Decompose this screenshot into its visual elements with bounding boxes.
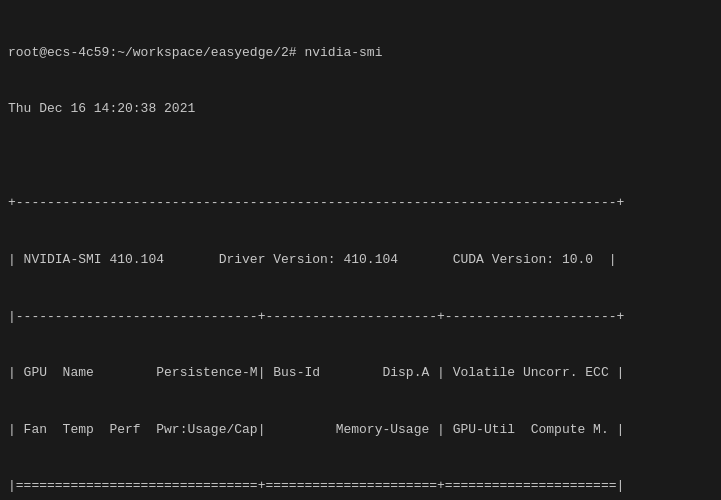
col1: | GPU Name Persistence-M| Bus-Id Disp.A … xyxy=(8,364,713,383)
col2: | Fan Temp Perf Pwr:Usage/Cap| Memory-Us… xyxy=(8,421,713,440)
sep2: |-------------------------------+-------… xyxy=(8,308,713,327)
datetime-line: Thu Dec 16 14:20:38 2021 xyxy=(8,100,713,119)
sep3: |===============================+=======… xyxy=(8,477,713,496)
terminal-window: root@ecs-4c59:~/workspace/easyedge/2# nv… xyxy=(0,0,721,500)
sep1: +---------------------------------------… xyxy=(8,194,713,213)
prompt-line: root@ecs-4c59:~/workspace/easyedge/2# nv… xyxy=(8,44,713,63)
header1: | NVIDIA-SMI 410.104 Driver Version: 410… xyxy=(8,251,713,270)
